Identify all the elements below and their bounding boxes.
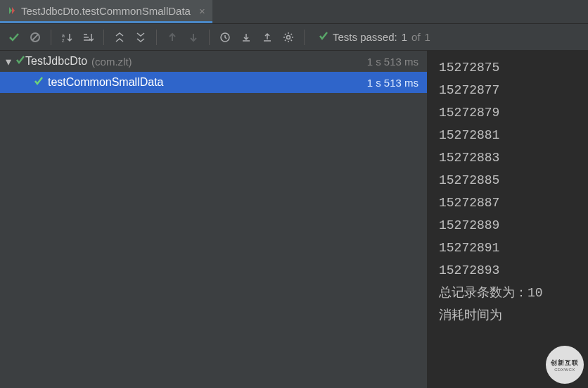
test-class-name: TestJdbcDto: [25, 55, 87, 68]
console-line: 消耗时间为: [439, 304, 577, 327]
console-line: 15272881: [439, 124, 577, 146]
watermark-badge: 创新互联 CDXWCX: [546, 346, 584, 384]
close-icon[interactable]: ×: [199, 5, 205, 17]
collapse-all-icon[interactable]: [131, 27, 151, 47]
svg-marker-0: [9, 7, 12, 14]
export-tests-icon[interactable]: [257, 27, 277, 47]
console-line: 15272893: [439, 259, 577, 282]
console-line: 15272875: [439, 56, 577, 79]
test-history-icon[interactable]: [215, 27, 235, 47]
test-root-time: 1 s 513 ms: [367, 56, 418, 68]
watermark-top: 创新互联: [551, 358, 579, 368]
tests-status-prefix: Tests passed:: [333, 31, 397, 43]
console-line: 15272889: [439, 214, 577, 237]
console-line: 15272883: [439, 146, 577, 169]
svg-text:a: a: [62, 33, 65, 38]
test-tree-root[interactable]: ▾ TestJdbcDto (com.zlt) 1 s 513 ms: [0, 51, 427, 72]
tab-run-config[interactable]: TestJdbcDto.testCommonSmallData ×: [0, 0, 212, 23]
toolbar-separator: [209, 30, 210, 45]
toolbar-separator: [304, 30, 305, 45]
console-line: 15272891: [439, 237, 577, 259]
sort-duration-icon[interactable]: [78, 27, 98, 47]
watermark-bottom: CDXWCX: [554, 368, 575, 372]
show-passed-icon[interactable]: [4, 27, 24, 47]
tab-bar: TestJdbcDto.testCommonSmallData ×: [0, 0, 588, 24]
console-line: 15272885: [439, 169, 577, 192]
test-method-name: testCommonSmallData: [48, 76, 164, 89]
test-toolbar: az Tests passed: 1 of 1: [0, 24, 588, 51]
test-tree-item[interactable]: testCommonSmallData 1 s 513 ms: [0, 72, 427, 93]
tests-status: Tests passed: 1 of 1: [319, 31, 430, 43]
import-tests-icon[interactable]: [236, 27, 256, 47]
toolbar-separator: [156, 30, 157, 45]
console-line: 15272887: [439, 192, 577, 214]
show-ignored-icon[interactable]: [25, 27, 45, 47]
prev-failed-icon[interactable]: [162, 27, 182, 47]
check-icon: [319, 31, 328, 43]
toolbar-separator: [51, 30, 51, 45]
tab-title: TestJdbcDto.testCommonSmallData: [21, 5, 191, 17]
tests-status-total: 1: [425, 31, 430, 43]
chevron-down-icon[interactable]: ▾: [6, 55, 15, 68]
svg-marker-1: [12, 7, 15, 14]
svg-text:z: z: [62, 38, 65, 43]
check-icon: [34, 76, 44, 89]
console-line: 15272879: [439, 101, 577, 124]
next-failed-icon[interactable]: [184, 27, 203, 47]
console-line: 15272877: [439, 79, 577, 101]
svg-point-7: [287, 35, 290, 39]
svg-line-3: [32, 35, 38, 40]
toolbar-separator: [103, 30, 104, 45]
test-tree-panel: ▾ TestJdbcDto (com.zlt) 1 s 513 ms testC…: [0, 51, 428, 388]
settings-icon[interactable]: [279, 27, 298, 47]
test-item-time: 1 s 513 ms: [367, 77, 418, 89]
run-config-icon: [7, 6, 17, 15]
console-output[interactable]: 15272875 15272877 15272879 15272881 1527…: [428, 51, 588, 388]
check-icon: [15, 55, 25, 68]
console-line: 总记录条数为：10: [439, 282, 577, 304]
sort-alpha-icon[interactable]: az: [57, 27, 77, 47]
expand-all-icon[interactable]: [110, 27, 129, 47]
main-area: ▾ TestJdbcDto (com.zlt) 1 s 513 ms testC…: [0, 51, 588, 388]
test-package: (com.zlt): [91, 56, 132, 68]
tests-status-count: 1: [402, 31, 407, 43]
tests-status-of: of: [411, 31, 421, 43]
